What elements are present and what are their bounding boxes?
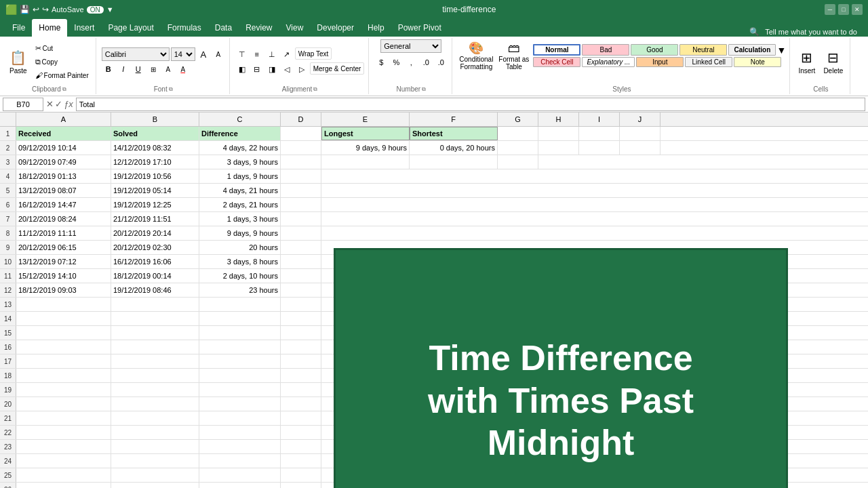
style-bad[interactable]: Bad [582,44,629,56]
grid-cell[interactable]: 15/12/2019 14:10 [16,269,111,283]
grid-cell[interactable]: 19/12/2019 05:14 [111,184,199,197]
col-header-i[interactable]: I [579,113,620,126]
style-linked-cell[interactable]: Linked Cell [685,57,732,67]
window-controls[interactable]: ─ □ ✕ [825,4,863,15]
grid-cell[interactable] [281,298,321,311]
grid-cell[interactable]: 11/12/2019 11:11 [16,226,111,240]
styles-expand-icon[interactable]: ▼ [777,44,785,56]
fill-color-button[interactable]: A [161,62,175,76]
style-check-cell[interactable]: Check Cell [533,57,580,67]
copy-button[interactable]: ⧉ Copy [33,56,92,68]
grid-cell[interactable]: 16/12/2019 16:06 [111,255,199,268]
more-commands-icon[interactable]: ▼ [106,5,114,14]
grid-cell[interactable]: 09/12/2019 10:14 [16,141,111,155]
align-left-button[interactable]: ◧ [235,62,249,76]
format-painter-button[interactable]: 🖌 Format Painter [33,69,92,81]
col-header-g[interactable]: G [498,113,538,126]
percent-button[interactable]: % [389,56,403,69]
align-right-button[interactable]: ◨ [265,62,279,76]
col-header-a[interactable]: A [16,113,111,126]
grid-cell[interactable] [498,127,538,140]
grid-cell[interactable]: 13/12/2019 07:12 [16,255,111,268]
conditional-formatting-button[interactable]: 🎨 Conditional Formatting [458,39,494,72]
grid-cell[interactable]: 19/12/2019 08:46 [111,283,199,297]
tab-power-pivot[interactable]: Power Pivot [391,19,448,37]
grid-cell[interactable] [321,155,410,169]
decimal-decrease-button[interactable]: .0 [434,56,448,69]
grid-cell[interactable]: 18/12/2019 01:13 [16,169,111,183]
style-note[interactable]: Note [734,57,781,67]
grid-cell[interactable]: 3 days, 9 hours [199,155,281,169]
wrap-text-button[interactable]: Wrap Text [295,47,332,60]
grid-cell[interactable]: Solved [111,127,199,140]
grid-cell[interactable]: 20/12/2019 02:30 [111,241,199,254]
formula-function-icon[interactable]: ƒx [64,99,73,109]
font-size-increase-button[interactable]: A [197,47,210,61]
grid-cell[interactable] [620,127,660,140]
grid-cell[interactable]: Difference [199,127,281,140]
grid-cell[interactable]: 20/12/2019 08:24 [16,212,111,226]
close-button[interactable]: ✕ [852,4,863,15]
grid-cell[interactable]: 14/12/2019 08:32 [111,141,199,155]
grid-cell[interactable]: 1 days, 9 hours [199,169,281,183]
grid-cell-longest-label[interactable]: Longest [321,127,410,140]
number-expand-icon[interactable]: ⧉ [422,86,426,93]
grid-cell[interactable]: 4 days, 21 hours [199,184,281,197]
tab-developer[interactable]: Developer [310,19,361,37]
grid-cell[interactable] [16,298,111,311]
grid-cell-longest-value[interactable]: 9 days, 9 hours [321,141,410,155]
style-normal[interactable]: Normal [533,44,580,56]
grid-cell[interactable] [281,198,321,211]
delete-button[interactable]: ⊟ Delete [821,43,846,81]
font-size-select[interactable]: 14 [171,47,195,61]
redo-icon[interactable]: ↪ [42,5,49,14]
tab-formulas[interactable]: Formulas [161,19,208,37]
format-as-table-button[interactable]: 🗃 Format as Table [497,40,530,72]
grid-cell[interactable] [111,298,199,311]
formula-content[interactable]: Total [76,98,865,111]
minimize-button[interactable]: ─ [825,4,835,15]
grid-cell[interactable] [281,212,321,226]
grid-cell[interactable]: 23 hours [199,283,281,297]
cell-name-input[interactable]: B70 [3,98,43,111]
border-button[interactable]: ⊞ [146,62,160,76]
undo-icon[interactable]: ↩ [33,5,39,14]
indent-decrease-button[interactable]: ◁ [280,62,294,76]
grid-cell[interactable]: 20/12/2019 06:15 [16,241,111,254]
merge-center-button[interactable]: Merge & Center [310,62,365,75]
grid-cell[interactable] [281,283,321,297]
grid-cell[interactable]: 2 days, 21 hours [199,198,281,211]
grid-cell[interactable]: 4 days, 22 hours [199,141,281,155]
col-header-h[interactable]: H [538,113,579,126]
style-neutral[interactable]: Neutral [679,44,727,56]
grid-cell[interactable] [281,169,321,183]
font-size-decrease-button[interactable]: A [212,47,225,61]
number-format-select[interactable]: General [380,39,441,53]
tab-file[interactable]: File [5,19,32,37]
grid-cell[interactable] [498,141,538,155]
grid-cell[interactable] [579,127,620,140]
grid-cell[interactable] [281,127,321,140]
grid-cell[interactable]: 19/12/2019 10:56 [111,169,199,183]
col-header-e[interactable]: E [321,113,410,126]
tab-review[interactable]: Review [239,19,279,37]
formula-cancel-icon[interactable]: ✕ [46,99,54,109]
tab-view[interactable]: View [279,19,311,37]
comma-button[interactable]: , [404,56,418,69]
accounting-format-button[interactable]: $ [374,56,388,69]
style-good[interactable]: Good [631,44,678,56]
paste-button[interactable]: 📋 Paste [7,43,30,81]
cut-button[interactable]: ✂ Cut [33,42,92,54]
col-header-d[interactable]: D [281,113,321,126]
align-middle-button[interactable]: ≡ [250,47,264,61]
grid-cell[interactable]: 20 hours [199,241,281,254]
grid-cell[interactable] [281,269,321,283]
insert-button[interactable]: ⊞ Insert [795,43,818,81]
autosave-toggle[interactable]: ON [87,6,104,14]
tab-insert[interactable]: Insert [67,19,101,37]
tab-home[interactable]: Home [32,19,67,37]
orientation-button[interactable]: ↗ [280,47,294,61]
style-calculation[interactable]: Calculation [728,44,776,56]
grid-cell[interactable]: 20/12/2019 20:14 [111,226,199,240]
search-bar[interactable]: Tell me what you want to do [765,28,857,36]
